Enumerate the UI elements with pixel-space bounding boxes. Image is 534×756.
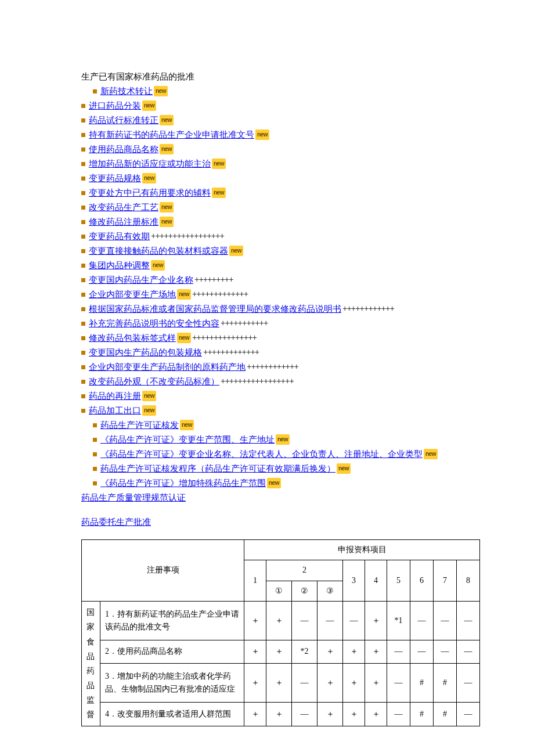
suffix-text: +++++++++++++++	[192, 332, 257, 344]
doc-link[interactable]: 企业内部变更生产药品制剂的原料药产地	[89, 360, 246, 374]
page-title: 生产已有国家标准药品的批准	[81, 70, 453, 84]
bullet-icon	[81, 133, 85, 137]
doc-link[interactable]: 《药品生产许可证》增加特殊药品生产范围	[100, 476, 266, 490]
hdr-reg-item: 注册事项	[82, 540, 244, 602]
cell: ＋	[365, 640, 387, 664]
cell: ＋	[317, 640, 343, 664]
doc-link[interactable]: 企业内部变更生产场地	[89, 287, 176, 301]
doc-link[interactable]: 修改药品注册标准	[89, 215, 158, 229]
link-row: 变更药品规格new	[81, 171, 453, 185]
link-row: 修改药品注册标准new	[81, 215, 453, 229]
bullet-icon	[81, 264, 85, 268]
new-badge-icon: new	[154, 86, 168, 96]
cell: #	[434, 702, 457, 726]
new-badge-icon: new	[267, 478, 281, 488]
doc-link[interactable]: 根据国家药品标准或者国家药品监督管理局的要求修改药品说明书	[89, 302, 341, 316]
new-badge-icon: new	[177, 333, 191, 343]
doc-link[interactable]: 变更药品规格	[89, 171, 141, 185]
cell: ＋	[244, 640, 266, 664]
doc-link[interactable]: 改变药品外观（不改变药品标准）	[89, 375, 219, 388]
new-badge-icon: new	[142, 391, 156, 401]
bullet-icon	[81, 365, 85, 369]
link-row: 修改药品包装标签式样new+++++++++++++++	[81, 331, 453, 345]
cell: #	[410, 702, 434, 726]
row-label: 1．持有新药证书的药品生产企业申请该药品的批准文号	[100, 602, 244, 640]
entrust-prod-link[interactable]: 药品委托生产批准	[81, 517, 151, 527]
doc-link[interactable]: 变更直接接触药品的包装材料或容器	[89, 244, 228, 258]
doc-link[interactable]: 补充完善药品说明书的安全性内容	[89, 316, 219, 330]
cell: #	[410, 664, 434, 703]
new-badge-icon: new	[142, 100, 156, 111]
doc-link[interactable]: 进口药品分装	[89, 99, 141, 113]
link-row: 新药技术转让new	[93, 84, 453, 98]
bullet-icon	[81, 118, 85, 123]
cell: ＋	[317, 702, 343, 726]
doc-link[interactable]: 改变药品生产工艺	[89, 200, 158, 214]
link-row: 根据国家药品标准或者国家药品监督管理局的要求修改药品说明书+++++++++++…	[81, 302, 453, 316]
doc-link[interactable]: 变更药品有效期	[89, 229, 150, 243]
link-row: 增加药品新的适应症或功能主治new	[81, 157, 453, 171]
doc-link[interactable]: 增加药品新的适应症或功能主治	[89, 157, 211, 171]
doc-link[interactable]: 变更国内药品生产企业名称	[89, 273, 193, 287]
doc-link[interactable]: 《药品生产许可证》变更生产范围、生产地址	[100, 433, 275, 447]
cell: —	[292, 664, 317, 703]
bullet-icon	[93, 89, 97, 93]
cell: —	[292, 702, 317, 726]
new-badge-icon: new	[229, 246, 243, 256]
link-row: 药品生产许可证核发new	[93, 418, 453, 432]
suffix-text: +++++++++++++++++	[221, 375, 294, 388]
new-badge-icon: new	[212, 159, 226, 169]
authority-label: 国家食品药品监督	[82, 602, 100, 726]
new-badge-icon: new	[180, 420, 194, 430]
doc-link[interactable]: 修改药品包装标签式样	[89, 331, 176, 345]
link-row: 药品试行标准转正new	[81, 113, 453, 127]
link-row: 《药品生产许可证》变更企业名称、法定代表人、企业负责人、注册地址、企业类型new	[93, 447, 453, 461]
doc-link[interactable]: 集团内品种调整	[89, 258, 150, 272]
doc-link[interactable]: 变更处方中已有药用要求的辅料	[89, 186, 211, 200]
doc-link[interactable]: 新药技术转让	[100, 84, 153, 98]
doc-link[interactable]: 药品的再注册	[89, 389, 141, 403]
doc-link[interactable]: 药品加工出口	[89, 404, 141, 417]
link-row: 变更药品有效期+++++++++++++++++	[81, 229, 453, 243]
bullet-icon	[93, 438, 97, 442]
table-row: 2．使用药品商品名称＋＋*2＋＋＋————	[82, 640, 480, 664]
new-badge-icon: new	[160, 115, 174, 125]
doc-link[interactable]: 使用药品商品名称	[89, 142, 158, 156]
gmp-cert-link[interactable]: 药品生产质量管理规范认证	[81, 493, 186, 502]
cell: ＋	[343, 664, 365, 703]
cell: *1	[387, 602, 410, 640]
col-6: 6	[410, 560, 434, 602]
bullet-icon	[81, 322, 85, 326]
cell: ＋	[343, 702, 365, 726]
row-label: 2．使用药品商品名称	[100, 640, 244, 664]
cell: —	[387, 640, 410, 664]
cell: —	[434, 640, 457, 664]
doc-link[interactable]: 《药品生产许可证》变更企业名称、法定代表人、企业负责人、注册地址、企业类型	[100, 447, 423, 461]
cell: ＋	[266, 640, 292, 664]
link-row: 企业内部变更生产药品制剂的原料药产地++++++++++++	[81, 360, 453, 374]
col-7: 7	[434, 560, 457, 602]
link-row: 集团内品种调整new	[81, 258, 453, 272]
suffix-text: +++++++++++++++++	[151, 230, 224, 243]
cell: —	[387, 702, 410, 726]
table-row: 4．改变服用剂量或者适用人群范围＋＋—＋＋＋—##—	[82, 702, 480, 726]
bullet-icon	[81, 336, 85, 340]
new-badge-icon: new	[276, 434, 290, 445]
suffix-text: ++++++++++++	[247, 361, 298, 373]
suffix-text: +++++++++++	[221, 317, 268, 330]
link-row: 变更处方中已有药用要求的辅料new	[81, 186, 453, 200]
doc-link[interactable]: 药品生产许可证核发	[100, 418, 179, 432]
cell: ＋	[365, 664, 387, 703]
link-row: 变更直接接触药品的包装材料或容器new	[81, 244, 453, 258]
doc-link[interactable]: 药品生产许可证核发程序（药品生产许可证有效期满后换发）	[100, 462, 335, 476]
bullet-icon	[81, 394, 85, 398]
doc-link[interactable]: 药品试行标准转正	[89, 113, 158, 127]
doc-link[interactable]: 持有新药证书的药品生产企业申请批准文号	[89, 128, 254, 142]
cell: ＋	[266, 602, 292, 640]
bullet-icon	[81, 278, 85, 282]
bullet-icon	[81, 235, 85, 239]
bullet-icon	[81, 104, 85, 108]
new-badge-icon: new	[160, 217, 174, 227]
link-row: 持有新药证书的药品生产企业申请批准文号new	[81, 128, 453, 142]
doc-link[interactable]: 变更国内生产药品的包装规格	[89, 345, 202, 359]
